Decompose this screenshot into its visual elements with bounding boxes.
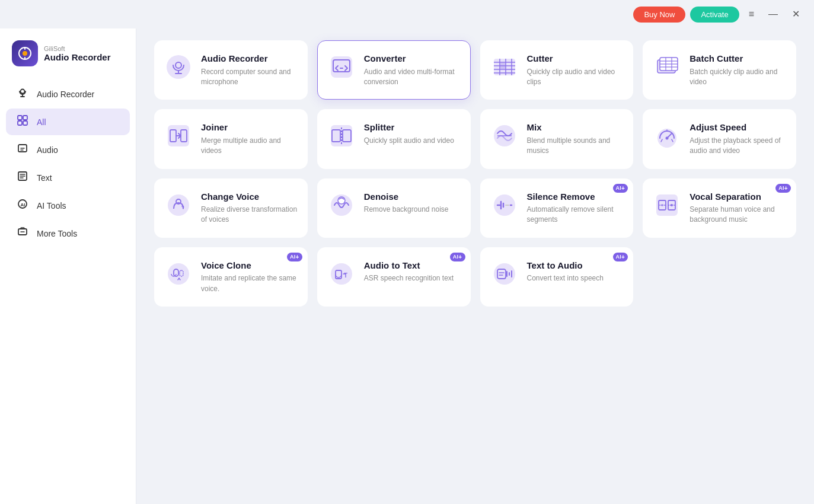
sidebar-item-ai-tools[interactable]: AIAI Tools [6, 192, 130, 219]
activate-button[interactable]: Activate [690, 7, 739, 23]
splitter-name: Splitter [364, 122, 461, 133]
audio-recorder-label: Audio Recorder [37, 90, 94, 99]
logo-product: Audio Recorder [44, 52, 111, 62]
batch-cutter-desc: Batch quickly clip audio and video [689, 67, 786, 88]
sidebar-logo: GiliSoft Audio Recorder [0, 34, 136, 81]
batch-cutter-name: Batch Cutter [689, 53, 786, 65]
converter-icon [327, 53, 356, 81]
svg-rect-3 [24, 57, 25, 60]
svg-text:T: T [344, 272, 347, 279]
tool-card-mix[interactable]: MixBlend multiple sounds and musics [480, 109, 634, 168]
svg-point-54 [666, 137, 669, 140]
mix-desc: Blend multiple sounds and musics [527, 136, 624, 157]
adjust-speed-info: Adjust SpeedAdjust the playback speed of… [689, 122, 786, 156]
denoise-icon [327, 191, 356, 219]
splitter-icon [327, 122, 356, 150]
titlebar: Buy Now Activate ≡ — ✕ [0, 0, 814, 28]
ai-tools-icon: AI [15, 198, 30, 213]
tool-card-cutter[interactable]: CutterQuickly clip audio and video clips [480, 40, 634, 100]
audio-to-text-name: Audio to Text [364, 260, 461, 272]
minimize-button[interactable]: — [764, 8, 783, 20]
audio-to-text-icon: T [327, 260, 356, 288]
silence-remove-ai-badge: AI [613, 184, 628, 193]
tool-card-splitter[interactable]: SplitterQuickly split audio and video [317, 109, 471, 168]
svg-rect-8 [23, 116, 27, 120]
tool-card-silence-remove[interactable]: Silence RemoveAutomatically remove silen… [480, 178, 634, 238]
joiner-name: Joiner [201, 122, 298, 133]
audio-to-text-info: Audio to TextASR speech recognition text [364, 260, 461, 284]
tool-card-adjust-speed[interactable]: Adjust SpeedAdjust the playback speed of… [643, 109, 796, 168]
svg-text:AI: AI [21, 202, 25, 208]
sidebar-item-text[interactable]: Text [6, 164, 130, 191]
audio-recorder-icon [15, 87, 30, 101]
more-tools-icon [15, 226, 30, 241]
voice-clone-name: Voice Clone [201, 260, 298, 272]
sidebar-item-audio[interactable]: Audio [6, 136, 130, 163]
joiner-desc: Merge multiple audio and videos [201, 136, 298, 157]
tool-card-text-to-audio[interactable]: Text to AudioConvert text into speechAI [480, 247, 634, 307]
silence-remove-icon [490, 191, 519, 219]
voice-clone-desc: Imitate and replicate the same voice. [201, 273, 298, 294]
tool-card-converter[interactable]: ConverterAudio and video multi-format co… [317, 40, 471, 100]
denoise-desc: Remove background noise [364, 205, 461, 215]
joiner-info: JoinerMerge multiple audio and videos [201, 122, 298, 156]
audio-recorder-desc: Record computer sound and microphone [201, 67, 298, 88]
tool-card-audio-recorder[interactable]: Audio RecorderRecord computer sound and … [154, 40, 308, 100]
audio-label: Audio [37, 145, 58, 155]
mix-name: Mix [527, 122, 624, 133]
tool-card-joiner[interactable]: JoinerMerge multiple audio and videos [154, 109, 308, 168]
silence-remove-name: Silence Remove [527, 191, 624, 203]
tool-card-audio-to-text[interactable]: T Audio to TextASR speech recognition te… [317, 247, 471, 307]
mix-info: MixBlend multiple sounds and musics [527, 122, 624, 156]
converter-info: ConverterAudio and video multi-format co… [364, 53, 461, 87]
vocal-separation-info: Vocal SeparationSeparate human voice and… [689, 191, 786, 225]
cutter-name: Cutter [527, 53, 624, 65]
buy-now-button[interactable]: Buy Now [633, 7, 685, 23]
audio-recorder-info: Audio RecorderRecord computer sound and … [201, 53, 298, 87]
svg-rect-9 [18, 121, 22, 125]
svg-rect-10 [23, 121, 27, 125]
text-icon [15, 170, 30, 185]
cutter-desc: Quickly clip audio and video clips [527, 67, 624, 88]
all-label: All [37, 117, 46, 127]
svg-point-72 [671, 204, 673, 206]
sidebar-item-all[interactable]: All [6, 109, 130, 135]
sidebar-nav: Audio RecorderAllAudioTextAIAI ToolsMore… [0, 81, 136, 247]
converter-desc: Audio and video multi-format conversion [364, 67, 461, 88]
svg-rect-2 [24, 47, 25, 50]
text-to-audio-icon [490, 260, 519, 288]
change-voice-icon [164, 191, 193, 219]
text-label: Text [37, 173, 52, 183]
svg-point-1 [23, 51, 27, 56]
adjust-speed-icon [653, 122, 681, 150]
logo-company: GiliSoft [44, 45, 111, 52]
audio-icon [15, 142, 30, 157]
menu-button[interactable]: ≡ [744, 8, 759, 20]
ai-tools-label: AI Tools [37, 201, 66, 210]
tool-card-denoise[interactable]: DenoiseRemove background noise [317, 178, 471, 238]
change-voice-desc: Realize diverse transformation of voices [201, 205, 298, 225]
tool-card-batch-cutter[interactable]: Batch CutterBatch quickly clip audio and… [643, 40, 796, 100]
vocal-separation-icon [653, 191, 681, 219]
splitter-info: SplitterQuickly split audio and video [364, 122, 461, 146]
content-area: Audio RecorderRecord computer sound and … [136, 28, 814, 504]
tool-card-change-voice[interactable]: Change VoiceRealize diverse transformati… [154, 178, 308, 238]
text-to-audio-name: Text to Audio [527, 260, 624, 272]
main-layout: GiliSoft Audio Recorder Audio RecorderAl… [0, 28, 814, 504]
tool-card-voice-clone[interactable]: Voice CloneImitate and replicate the sam… [154, 247, 308, 307]
audio-to-text-ai-badge: AI [450, 253, 465, 261]
tool-card-vocal-separation[interactable]: Vocal SeparationSeparate human voice and… [643, 178, 796, 238]
app-logo-icon [12, 40, 38, 66]
sidebar-item-more-tools[interactable]: More Tools [6, 220, 130, 247]
svg-point-58 [168, 194, 189, 216]
close-button[interactable]: ✕ [787, 8, 805, 20]
audio-to-text-desc: ASR speech recognition text [364, 273, 461, 283]
svg-point-20 [167, 55, 190, 79]
voice-clone-icon [164, 260, 193, 288]
audio-recorder-icon [164, 53, 193, 81]
vocal-separation-desc: Separate human voice and background musi… [689, 205, 786, 225]
vocal-separation-ai-badge: AI [775, 184, 791, 193]
converter-name: Converter [364, 53, 461, 65]
all-icon [15, 114, 30, 129]
sidebar-item-audio-recorder[interactable]: Audio Recorder [6, 81, 130, 107]
